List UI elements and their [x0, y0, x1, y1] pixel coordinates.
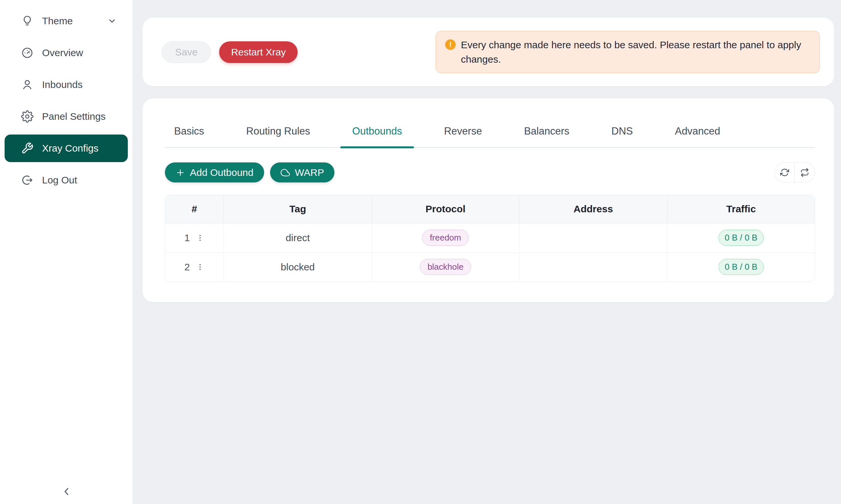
tab-outbounds[interactable]: Outbounds	[352, 125, 402, 147]
table-row: 1 direct freedom 0 B / 0 B	[165, 223, 815, 252]
xray-configs-card: Basics Routing Rules Outbounds Reverse B…	[142, 98, 834, 302]
column-header-address: Address	[519, 195, 667, 223]
warning-alert: ! Every change made here needs to be sav…	[435, 31, 820, 73]
sidebar: Theme Overview Inbounds	[0, 0, 132, 504]
sidebar-item-theme[interactable]: Theme	[5, 7, 128, 35]
reload-mode-button[interactable]	[795, 163, 815, 182]
sidebar-item-panel-settings[interactable]: Panel Settings	[5, 103, 128, 130]
cloud-icon	[280, 168, 290, 178]
row-tag: direct	[224, 223, 372, 252]
row-index: 2	[184, 262, 190, 273]
warning-icon: !	[445, 39, 456, 50]
chevron-left-icon	[61, 486, 72, 497]
refresh-button[interactable]	[775, 163, 795, 182]
config-tabs: Basics Routing Rules Outbounds Reverse B…	[165, 125, 815, 148]
add-outbound-label: Add Outbound	[190, 167, 254, 178]
restart-xray-button[interactable]: Restart Xray	[219, 41, 298, 63]
table-header-row: # Tag Protocol Address Traffic	[165, 195, 815, 223]
sidebar-item-label: Theme	[42, 15, 73, 26]
sidebar-item-inbounds[interactable]: Inbounds	[5, 71, 128, 98]
main-content: Save Restart Xray ! Every change made he…	[132, 0, 841, 504]
sidebar-item-log-out[interactable]: Log Out	[5, 166, 128, 194]
column-header-protocol: Protocol	[372, 195, 519, 223]
plus-icon	[175, 168, 185, 178]
sidebar-item-label: Overview	[42, 47, 83, 58]
row-index: 1	[184, 232, 190, 244]
table-row: 2 blocked blackhole 0 B / 0 B	[165, 252, 815, 282]
traffic-badge: 0 B / 0 B	[719, 230, 764, 246]
row-menu-kebab-icon[interactable]	[196, 263, 204, 271]
traffic-badge: 0 B / 0 B	[719, 259, 764, 275]
sidebar-collapse-button[interactable]	[60, 485, 73, 498]
logout-icon	[21, 174, 34, 186]
wrench-icon	[21, 142, 34, 155]
protocol-badge: freedom	[422, 230, 468, 246]
user-icon	[21, 78, 34, 91]
row-address	[519, 223, 667, 252]
warp-label: WARP	[295, 167, 324, 178]
toolbar-card: Save Restart Xray ! Every change made he…	[142, 18, 834, 86]
row-address	[519, 252, 667, 282]
repeat-icon	[800, 168, 809, 177]
outbounds-table: # Tag Protocol Address Traffic 1	[165, 195, 815, 282]
sidebar-item-label: Xray Configs	[42, 143, 99, 154]
tab-basics[interactable]: Basics	[174, 125, 204, 147]
sidebar-item-xray-configs[interactable]: Xray Configs	[5, 134, 128, 162]
warning-alert-text: Every change made here needs to be saved…	[461, 38, 810, 66]
row-menu-kebab-icon[interactable]	[196, 234, 204, 242]
save-button[interactable]: Save	[161, 41, 211, 63]
tab-dns[interactable]: DNS	[611, 125, 633, 147]
protocol-badge: blackhole	[420, 259, 471, 275]
dashboard-icon	[21, 47, 34, 59]
gear-icon	[21, 110, 34, 123]
sidebar-item-label: Panel Settings	[42, 111, 105, 122]
sidebar-item-label: Inbounds	[42, 79, 83, 90]
add-outbound-button[interactable]: Add Outbound	[165, 162, 264, 182]
table-tools-group	[774, 162, 815, 182]
warp-button[interactable]: WARP	[270, 162, 335, 182]
row-tag: blocked	[224, 252, 372, 282]
tab-routing-rules[interactable]: Routing Rules	[246, 125, 310, 147]
tab-advanced[interactable]: Advanced	[675, 125, 720, 147]
outbounds-actions: Add Outbound WARP	[165, 162, 815, 182]
column-header-traffic: Traffic	[667, 195, 815, 223]
lightbulb-icon	[21, 15, 34, 27]
column-header-tag: Tag	[224, 195, 372, 223]
refresh-icon	[780, 168, 789, 177]
column-header-index: #	[165, 195, 224, 223]
sidebar-item-label: Log Out	[42, 175, 77, 186]
chevron-down-icon	[107, 16, 117, 25]
tab-reverse[interactable]: Reverse	[444, 125, 482, 147]
sidebar-item-overview[interactable]: Overview	[5, 39, 128, 67]
tab-balancers[interactable]: Balancers	[524, 125, 569, 147]
